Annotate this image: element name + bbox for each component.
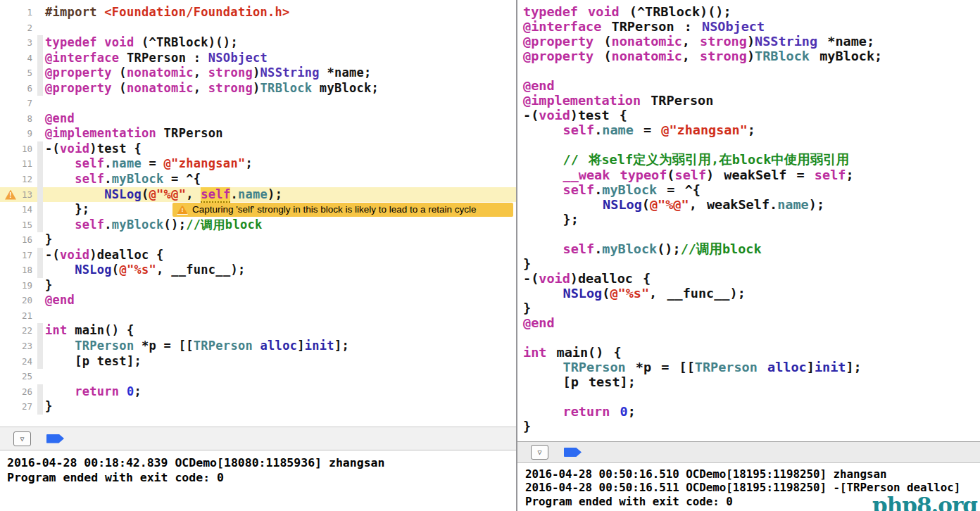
line-number[interactable]: 26 [0,384,32,400]
code-line[interactable]: 21 [0,308,516,324]
code-line[interactable]: @implementation TRPerson [517,93,980,108]
line-number[interactable]: 23 [0,339,32,354]
line-number[interactable]: 20 [0,293,32,308]
code-line[interactable] [517,227,980,241]
code-line[interactable]: @end [517,315,980,330]
token: ]; [846,360,861,374]
console-filter-button[interactable]: ▽ [531,445,548,460]
code-line[interactable]: @end [517,78,980,93]
code-line[interactable]: 18 NSLog(@"%s", __func__); [0,263,516,278]
code-line[interactable]: 16} [0,232,516,248]
line-number[interactable]: 17 [0,248,32,263]
line-number[interactable]: 11 [0,156,32,172]
line-number[interactable]: 19 [0,278,32,294]
line-number[interactable]: 22 [0,323,32,339]
code-line[interactable]: 6@property (nonatomic, strong)TRBlock my… [0,81,516,96]
code-line[interactable]: 10-(void)test { [0,141,516,157]
line-number[interactable]: 8 [0,111,32,127]
code-line[interactable]: NSLog(@"%@", weakSelf.name); [517,197,980,212]
code-line[interactable]: 27} [0,399,516,415]
code-line[interactable]: 24 [p test]; [0,354,516,370]
code-line[interactable] [517,330,980,345]
code-line[interactable]: 11 self.name = @"zhangsan"; [0,156,516,172]
code-line[interactable]: !13 NSLog(@"%@", self.name); [0,187,516,203]
code-line[interactable]: @interface TRPerson : NSObject [517,19,980,34]
code-line[interactable]: [p test]; [517,374,980,389]
code-line[interactable] [517,389,980,404]
code-line[interactable]: -(void)dealloc { [517,271,980,286]
code-line[interactable]: } [517,419,980,434]
line-number[interactable]: 1 [0,5,32,20]
code-line[interactable]: 4@interface TRPerson : NSObject [0,51,516,66]
code-line[interactable]: self.name = @"zhangsan"; [517,122,980,137]
line-number[interactable]: 3 [0,35,32,51]
line-number[interactable]: 25 [0,369,32,384]
code-line[interactable]: @property (nonatomic, strong)NSString *n… [517,34,980,49]
breakpoint-marker-icon[interactable] [564,448,582,457]
code-line[interactable]: 2 [0,20,516,36]
code-line[interactable]: 23 TRPerson *p = [[TRPerson alloc]init]; [0,339,516,354]
code-line[interactable]: __weak typeof(self) weakSelf = self; [517,168,980,182]
code-line[interactable]: 7 [0,96,516,111]
code-line[interactable]: 22int main() { [0,323,516,339]
line-number[interactable]: 18 [0,263,32,278]
line-number[interactable]: 2 [0,20,32,36]
token: nonatomic [612,34,682,49]
debug-console-left[interactable]: 2016-04-28 00:18:42.839 OCDemo[18080:118… [0,450,516,511]
warning-tooltip[interactable]: !Capturing 'self' strongly in this block… [172,203,513,217]
line-number[interactable]: 4 [0,51,32,66]
code-line[interactable]: self.myBlock = ^{ [517,182,980,197]
code-text: return 0; [45,384,142,400]
code-line[interactable]: 9@implementation TRPerson [0,126,516,141]
line-number[interactable]: 27 [0,399,32,415]
line-number[interactable]: 7 [0,96,32,111]
code-line[interactable]: 14 };!Capturing 'self' strongly in this … [0,202,516,217]
code-line[interactable] [517,137,980,152]
line-number[interactable]: 12 [0,172,32,187]
token [523,404,563,419]
line-number[interactable]: 5 [0,65,32,81]
line-number[interactable]: 13 [0,187,32,203]
breakpoint-marker-icon[interactable] [46,434,64,443]
token: void [60,248,89,262]
code-line[interactable]: 5@property (nonatomic, strong)NSString *… [0,65,516,81]
code-line[interactable]: } [517,256,980,271]
line-number[interactable]: 9 [0,126,32,141]
code-line[interactable]: 12 self.myBlock = ^{ [0,172,516,187]
change-bar [37,187,43,203]
code-line[interactable]: @property (nonatomic, strong)TRBlock myB… [517,49,980,63]
code-line[interactable]: 3typedef void (^TRBlock)(); [0,35,516,51]
line-number[interactable]: 24 [0,354,32,370]
code-line[interactable]: 17-(void)dealloc { [0,248,516,263]
code-line[interactable]: -(void)test { [517,108,980,122]
code-line[interactable]: 25 [0,369,516,384]
code-line[interactable]: self.myBlock();//调用block [517,241,980,256]
line-number[interactable]: 15 [0,217,32,233]
line-number[interactable]: 16 [0,232,32,248]
console-line: Program ended with exit code: 0 [7,470,516,485]
code-line[interactable]: NSLog(@"%s", __func__); [517,286,980,301]
code-line[interactable]: 26 return 0; [0,384,516,400]
line-number[interactable]: 10 [0,141,32,157]
code-editor-right[interactable]: typedef void (^TRBlock)();@interface TRP… [517,0,980,441]
code-line[interactable]: 19} [0,278,516,294]
code-line[interactable]: return 0; [517,404,980,419]
code-line[interactable]: } [517,301,980,315]
code-line[interactable]: int main() { [517,345,980,360]
code-line[interactable]: 15 self.myBlock();//调用block [0,217,516,233]
console-filter-button[interactable]: ▽ [13,431,31,446]
line-number[interactable]: 14 [0,202,32,217]
token: @implementation [523,93,641,108]
line-number[interactable]: 6 [0,81,32,96]
code-line[interactable]: typedef void (^TRBlock)(); [517,4,980,19]
code-line[interactable]: 1#import <Foundation/Foundation.h> [0,5,516,20]
code-line[interactable] [517,63,980,78]
code-line[interactable]: 8@end [0,111,516,127]
code-line[interactable]: // 将self定义为弱引用,在block中使用弱引用 [517,152,980,167]
code-line[interactable]: TRPerson *p = [[TRPerson alloc]init]; [517,360,980,374]
code-line[interactable]: }; [517,212,980,227]
line-number[interactable]: 21 [0,308,32,324]
code-editor-left[interactable]: 1#import <Foundation/Foundation.h>23type… [0,0,516,427]
debug-console-right[interactable]: 2016-04-28 00:50:16.510 OCDemo[18195:119… [517,463,980,511]
code-line[interactable]: 20@end [0,293,516,308]
